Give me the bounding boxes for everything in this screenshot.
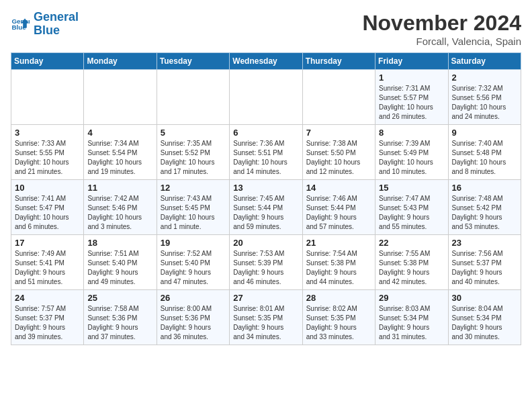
calendar-day-cell: 28Sunrise: 8:02 AM Sunset: 5:35 PM Dayli… bbox=[302, 290, 375, 345]
day-info: Sunrise: 7:57 AM Sunset: 5:37 PM Dayligh… bbox=[15, 304, 80, 342]
calendar-day-cell: 8Sunrise: 7:39 AM Sunset: 5:49 PM Daylig… bbox=[375, 125, 448, 180]
day-info: Sunrise: 8:00 AM Sunset: 5:36 PM Dayligh… bbox=[161, 304, 226, 342]
day-number: 26 bbox=[161, 293, 226, 303]
logo-text-line1: General bbox=[34, 11, 79, 24]
day-info: Sunrise: 7:38 AM Sunset: 5:50 PM Dayligh… bbox=[306, 139, 371, 177]
day-info: Sunrise: 7:46 AM Sunset: 5:44 PM Dayligh… bbox=[306, 194, 371, 232]
calendar-day-cell: 1Sunrise: 7:31 AM Sunset: 5:57 PM Daylig… bbox=[375, 70, 448, 125]
calendar-week-row: 24Sunrise: 7:57 AM Sunset: 5:37 PM Dayli… bbox=[11, 290, 521, 345]
calendar-day-cell: 9Sunrise: 7:40 AM Sunset: 5:48 PM Daylig… bbox=[448, 125, 521, 180]
day-info: Sunrise: 7:47 AM Sunset: 5:43 PM Dayligh… bbox=[379, 194, 444, 232]
day-info: Sunrise: 7:36 AM Sunset: 5:51 PM Dayligh… bbox=[233, 139, 298, 177]
day-number: 4 bbox=[87, 128, 152, 138]
calendar-day-cell: 30Sunrise: 8:04 AM Sunset: 5:34 PM Dayli… bbox=[448, 290, 521, 345]
weekday-header-row: SundayMondayTuesdayWednesdayThursdayFrid… bbox=[11, 53, 521, 70]
calendar-week-row: 1Sunrise: 7:31 AM Sunset: 5:57 PM Daylig… bbox=[11, 70, 521, 125]
day-info: Sunrise: 7:43 AM Sunset: 5:45 PM Dayligh… bbox=[161, 194, 226, 232]
day-info: Sunrise: 7:55 AM Sunset: 5:38 PM Dayligh… bbox=[379, 249, 444, 287]
day-number: 11 bbox=[87, 183, 152, 193]
day-info: Sunrise: 7:34 AM Sunset: 5:54 PM Dayligh… bbox=[87, 139, 152, 177]
day-number: 9 bbox=[452, 128, 517, 138]
day-number: 27 bbox=[233, 293, 298, 303]
day-info: Sunrise: 7:39 AM Sunset: 5:49 PM Dayligh… bbox=[379, 139, 444, 177]
calendar-day-cell: 27Sunrise: 8:01 AM Sunset: 5:35 PM Dayli… bbox=[230, 290, 302, 345]
calendar-day-cell bbox=[157, 70, 229, 125]
calendar-day-cell: 18Sunrise: 7:51 AM Sunset: 5:40 PM Dayli… bbox=[84, 235, 157, 290]
day-info: Sunrise: 8:01 AM Sunset: 5:35 PM Dayligh… bbox=[233, 304, 298, 342]
calendar-day-cell: 6Sunrise: 7:36 AM Sunset: 5:51 PM Daylig… bbox=[230, 125, 302, 180]
weekday-header-cell: Monday bbox=[84, 53, 157, 70]
day-info: Sunrise: 8:02 AM Sunset: 5:35 PM Dayligh… bbox=[306, 304, 371, 342]
calendar-day-cell: 5Sunrise: 7:35 AM Sunset: 5:52 PM Daylig… bbox=[157, 125, 229, 180]
day-number: 19 bbox=[161, 238, 226, 248]
day-number: 7 bbox=[306, 128, 371, 138]
calendar-day-cell: 24Sunrise: 7:57 AM Sunset: 5:37 PM Dayli… bbox=[11, 290, 84, 345]
calendar-day-cell: 17Sunrise: 7:49 AM Sunset: 5:41 PM Dayli… bbox=[11, 235, 84, 290]
calendar-day-cell: 12Sunrise: 7:43 AM Sunset: 5:45 PM Dayli… bbox=[157, 180, 229, 235]
day-info: Sunrise: 7:54 AM Sunset: 5:38 PM Dayligh… bbox=[306, 249, 371, 287]
calendar-day-cell bbox=[302, 70, 375, 125]
day-number: 29 bbox=[379, 293, 444, 303]
day-number: 15 bbox=[379, 183, 444, 193]
day-info: Sunrise: 7:48 AM Sunset: 5:42 PM Dayligh… bbox=[452, 194, 517, 232]
day-number: 30 bbox=[452, 293, 517, 303]
day-number: 2 bbox=[452, 73, 517, 83]
calendar-day-cell: 20Sunrise: 7:53 AM Sunset: 5:39 PM Dayli… bbox=[230, 235, 302, 290]
day-info: Sunrise: 7:31 AM Sunset: 5:57 PM Dayligh… bbox=[379, 84, 444, 122]
calendar-day-cell: 19Sunrise: 7:52 AM Sunset: 5:40 PM Dayli… bbox=[157, 235, 229, 290]
day-info: Sunrise: 7:32 AM Sunset: 5:56 PM Dayligh… bbox=[452, 84, 517, 122]
day-info: Sunrise: 7:45 AM Sunset: 5:44 PM Dayligh… bbox=[233, 194, 298, 232]
calendar-week-row: 17Sunrise: 7:49 AM Sunset: 5:41 PM Dayli… bbox=[11, 235, 521, 290]
calendar-table: SundayMondayTuesdayWednesdayThursdayFrid… bbox=[11, 52, 521, 345]
day-info: Sunrise: 7:41 AM Sunset: 5:47 PM Dayligh… bbox=[15, 194, 80, 232]
calendar-day-cell: 2Sunrise: 7:32 AM Sunset: 5:56 PM Daylig… bbox=[448, 70, 521, 125]
calendar-day-cell: 21Sunrise: 7:54 AM Sunset: 5:38 PM Dayli… bbox=[302, 235, 375, 290]
logo-text-line2: Blue bbox=[34, 24, 79, 38]
calendar-day-cell: 15Sunrise: 7:47 AM Sunset: 5:43 PM Dayli… bbox=[375, 180, 448, 235]
calendar-day-cell: 3Sunrise: 7:33 AM Sunset: 5:55 PM Daylig… bbox=[11, 125, 84, 180]
weekday-header-cell: Wednesday bbox=[230, 53, 302, 70]
day-number: 13 bbox=[233, 183, 298, 193]
location-title: Forcall, Valencia, Spain bbox=[362, 36, 521, 47]
calendar-day-cell: 11Sunrise: 7:42 AM Sunset: 5:46 PM Dayli… bbox=[84, 180, 157, 235]
calendar-day-cell: 29Sunrise: 8:03 AM Sunset: 5:34 PM Dayli… bbox=[375, 290, 448, 345]
day-number: 22 bbox=[379, 238, 444, 248]
day-info: Sunrise: 7:58 AM Sunset: 5:36 PM Dayligh… bbox=[87, 304, 152, 342]
day-number: 10 bbox=[15, 183, 80, 193]
calendar-day-cell: 16Sunrise: 7:48 AM Sunset: 5:42 PM Dayli… bbox=[448, 180, 521, 235]
day-number: 18 bbox=[87, 238, 152, 248]
calendar-day-cell: 14Sunrise: 7:46 AM Sunset: 5:44 PM Dayli… bbox=[302, 180, 375, 235]
day-info: Sunrise: 7:42 AM Sunset: 5:46 PM Dayligh… bbox=[87, 194, 152, 232]
calendar-day-cell: 22Sunrise: 7:55 AM Sunset: 5:38 PM Dayli… bbox=[375, 235, 448, 290]
day-number: 23 bbox=[452, 238, 517, 248]
day-info: Sunrise: 7:51 AM Sunset: 5:40 PM Dayligh… bbox=[87, 249, 152, 287]
day-number: 14 bbox=[306, 183, 371, 193]
day-number: 5 bbox=[161, 128, 226, 138]
logo-icon: General Blue bbox=[11, 15, 30, 34]
page-header: General Blue General Blue November 2024 … bbox=[11, 11, 521, 47]
day-info: Sunrise: 7:56 AM Sunset: 5:37 PM Dayligh… bbox=[452, 249, 517, 287]
day-info: Sunrise: 8:03 AM Sunset: 5:34 PM Dayligh… bbox=[379, 304, 444, 342]
weekday-header-cell: Thursday bbox=[302, 53, 375, 70]
day-number: 17 bbox=[15, 238, 80, 248]
calendar-day-cell: 25Sunrise: 7:58 AM Sunset: 5:36 PM Dayli… bbox=[84, 290, 157, 345]
calendar-day-cell: 7Sunrise: 7:38 AM Sunset: 5:50 PM Daylig… bbox=[302, 125, 375, 180]
day-number: 25 bbox=[87, 293, 152, 303]
day-number: 21 bbox=[306, 238, 371, 248]
calendar-day-cell: 4Sunrise: 7:34 AM Sunset: 5:54 PM Daylig… bbox=[84, 125, 157, 180]
weekday-header-cell: Tuesday bbox=[157, 53, 229, 70]
logo: General Blue General Blue bbox=[11, 11, 79, 38]
day-number: 6 bbox=[233, 128, 298, 138]
title-block: November 2024 Forcall, Valencia, Spain bbox=[362, 11, 521, 47]
day-info: Sunrise: 8:04 AM Sunset: 5:34 PM Dayligh… bbox=[452, 304, 517, 342]
calendar-day-cell bbox=[11, 70, 84, 125]
calendar-week-row: 10Sunrise: 7:41 AM Sunset: 5:47 PM Dayli… bbox=[11, 180, 521, 235]
weekday-header-cell: Saturday bbox=[448, 53, 521, 70]
month-title: November 2024 bbox=[362, 11, 521, 36]
day-info: Sunrise: 7:33 AM Sunset: 5:55 PM Dayligh… bbox=[15, 139, 80, 177]
day-number: 12 bbox=[161, 183, 226, 193]
day-number: 16 bbox=[452, 183, 517, 193]
calendar-day-cell bbox=[84, 70, 157, 125]
day-number: 28 bbox=[306, 293, 371, 303]
day-number: 1 bbox=[379, 73, 444, 83]
